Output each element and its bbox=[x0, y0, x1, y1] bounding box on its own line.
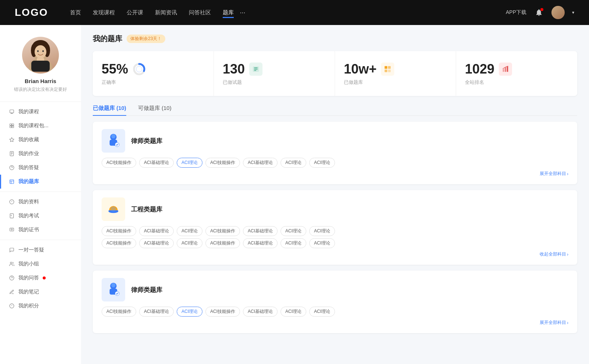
sidebar-item-bank[interactable]: 我的题库 bbox=[0, 175, 81, 189]
sidebar-item-favorites[interactable]: 我的收藏 bbox=[0, 133, 81, 147]
sidebar-divider-mid2 bbox=[0, 240, 81, 240]
sidebar-item-points[interactable]: 我的积分 bbox=[0, 299, 81, 313]
tag-item[interactable]: ACI基础理论 bbox=[139, 226, 174, 236]
tag-item[interactable]: ACI理论 bbox=[177, 226, 202, 236]
sidebar-item-qa[interactable]: 我的答疑 bbox=[0, 161, 81, 175]
card-title-engineer: 工程类题库 bbox=[131, 205, 162, 214]
sidebar-label: 我的笔记 bbox=[18, 289, 39, 295]
svg-rect-15 bbox=[12, 124, 14, 126]
sidebar-item-package[interactable]: 我的课程包... bbox=[0, 119, 81, 133]
tag-item[interactable]: ACI技能操作 bbox=[205, 158, 240, 168]
collapse-link-engineer[interactable]: 收起全部科目 › bbox=[102, 251, 568, 257]
stat-done-top: 130 bbox=[223, 61, 326, 77]
nav-item-bank[interactable]: 题库 bbox=[223, 9, 234, 16]
tag-item[interactable]: ACI技能操作 bbox=[205, 307, 240, 317]
tag-item[interactable]: ACI基础理论 bbox=[139, 238, 174, 248]
notification-bell[interactable] bbox=[534, 7, 544, 18]
donut-icon bbox=[133, 63, 146, 76]
card-title-lawyer: 律师类题库 bbox=[131, 137, 162, 145]
group-icon bbox=[9, 261, 15, 267]
nav-item-qa[interactable]: 问答社区 bbox=[189, 9, 211, 16]
engineer-icon bbox=[105, 201, 121, 217]
tag-item[interactable]: ACI技能操作 bbox=[205, 226, 240, 236]
tab-available-banks[interactable]: 可做题库 (10) bbox=[138, 105, 172, 115]
svg-point-64 bbox=[115, 291, 119, 296]
sidebar-item-exam[interactable]: 我的考试 bbox=[0, 209, 81, 223]
svg-rect-52 bbox=[505, 67, 506, 72]
tag-item[interactable]: ACI理论 bbox=[281, 226, 306, 236]
tag-item[interactable]: ACI理论 bbox=[309, 307, 335, 317]
sidebar-label: 我的证书 bbox=[18, 226, 39, 233]
card-header: 工程类题库 bbox=[102, 197, 568, 221]
sidebar-item-notes[interactable]: 我的笔记 bbox=[0, 285, 81, 299]
tag-item[interactable]: ACI技能操作 bbox=[102, 238, 136, 248]
tag-item[interactable]: ACI理论 bbox=[309, 158, 335, 168]
tag-item[interactable]: ACI理论 bbox=[281, 238, 306, 248]
chevron-down-icon: › bbox=[567, 320, 568, 325]
sidebar-username: Brian Harris bbox=[25, 78, 56, 84]
nav-item-open[interactable]: 公开课 bbox=[127, 9, 143, 16]
sidebar: Brian Harris 错误的决定比没有决定要好 我的课程 我的课程包... bbox=[0, 25, 81, 364]
tag-item[interactable]: ACI基础理论 bbox=[243, 158, 278, 168]
main-content: 我的题库 体验剩余23天！ 55% 正确率 bbox=[81, 25, 589, 364]
navbar: LOGO 首页 发现课程 公开课 新闻资讯 问答社区 题库 ··· APP下载 … bbox=[0, 0, 589, 25]
question-card-lawyer: 律师类题库 ACI技能操作 ACI基础理论 ACI理论 ACI技能操作 ACI基… bbox=[93, 122, 577, 184]
expand-label: 展开全部科目 bbox=[540, 171, 566, 177]
sidebar-label: 我的问答 bbox=[18, 275, 39, 281]
svg-rect-14 bbox=[10, 124, 12, 126]
sidebar-item-homework[interactable]: 我的作业 bbox=[0, 147, 81, 161]
tag-item[interactable]: ACI基础理论 bbox=[243, 238, 278, 248]
course-icon bbox=[9, 109, 15, 115]
expand-link-lawyer[interactable]: 展开全部科目 › bbox=[102, 171, 568, 177]
stat-accuracy: 55% 正确率 bbox=[93, 51, 214, 96]
tag-item[interactable]: ACI基础理论 bbox=[139, 158, 174, 168]
nav-item-home[interactable]: 首页 bbox=[70, 9, 81, 16]
tag-item[interactable]: ACI理论 bbox=[309, 226, 335, 236]
tag-item[interactable]: ACI理论 bbox=[281, 307, 306, 317]
chevron-down-icon: › bbox=[567, 171, 568, 176]
tag-item[interactable]: ACI基础理论 bbox=[243, 307, 278, 317]
collapse-label: 收起全部科目 bbox=[540, 251, 566, 257]
sidebar-item-oneone[interactable]: 一对一答疑 bbox=[0, 243, 81, 257]
tag-item-active[interactable]: ACI理论 bbox=[177, 307, 202, 317]
app-download-link[interactable]: APP下载 bbox=[506, 9, 526, 16]
sidebar-item-course[interactable]: 我的课程 bbox=[0, 105, 81, 119]
svg-rect-32 bbox=[10, 228, 14, 231]
star-icon bbox=[9, 137, 15, 143]
tag-item[interactable]: ACI基础理论 bbox=[243, 226, 278, 236]
tag-item[interactable]: ACI理论 bbox=[177, 238, 202, 248]
one-one-icon bbox=[9, 247, 15, 253]
chevron-down-icon[interactable]: ▾ bbox=[572, 10, 574, 15]
nav-item-news[interactable]: 新闻资讯 bbox=[155, 9, 177, 16]
svg-point-57 bbox=[115, 142, 119, 147]
expand-link-lawyer2[interactable]: 展开全部科目 › bbox=[102, 320, 568, 326]
avatar[interactable] bbox=[551, 6, 565, 19]
tab-done-banks[interactable]: 已做题库 (10) bbox=[93, 105, 126, 115]
sidebar-item-group[interactable]: 我的小组 bbox=[0, 257, 81, 271]
card-icon-lawyer2 bbox=[102, 278, 125, 301]
trial-badge: 体验剩余23天！ bbox=[127, 35, 165, 43]
sidebar-item-qna[interactable]: 我的问答 bbox=[0, 271, 81, 285]
svg-point-7 bbox=[37, 50, 39, 52]
nav-more[interactable]: ··· bbox=[240, 9, 245, 17]
tag-item[interactable]: ACI技能操作 bbox=[205, 238, 240, 248]
tag-item[interactable]: ACI理论 bbox=[309, 238, 335, 248]
list-icon bbox=[249, 63, 262, 76]
tag-item[interactable]: ACI基础理论 bbox=[139, 307, 174, 317]
stat-rank: 1029 全站排名 bbox=[456, 51, 577, 96]
sidebar-item-data[interactable]: 我的资料 bbox=[0, 195, 81, 209]
sidebar-item-cert[interactable]: 我的证书 bbox=[0, 223, 81, 237]
bank-icon bbox=[9, 179, 15, 185]
tag-item-active[interactable]: ACI理论 bbox=[177, 158, 202, 168]
tag-item[interactable]: ACI技能操作 bbox=[102, 158, 136, 168]
tag-item[interactable]: ACI技能操作 bbox=[102, 226, 136, 236]
card-header: 律师类题库 bbox=[102, 278, 568, 301]
tag-item[interactable]: ACI技能操作 bbox=[102, 307, 136, 317]
stat-done-banks: 10w+ 已做题库 bbox=[335, 51, 456, 96]
chart-icon bbox=[499, 63, 512, 76]
tag-item[interactable]: ACI理论 bbox=[281, 158, 306, 168]
sidebar-divider-mid bbox=[0, 192, 81, 192]
qa-icon bbox=[9, 165, 15, 171]
svg-rect-50 bbox=[388, 69, 391, 72]
nav-item-discover[interactable]: 发现课程 bbox=[93, 9, 115, 16]
